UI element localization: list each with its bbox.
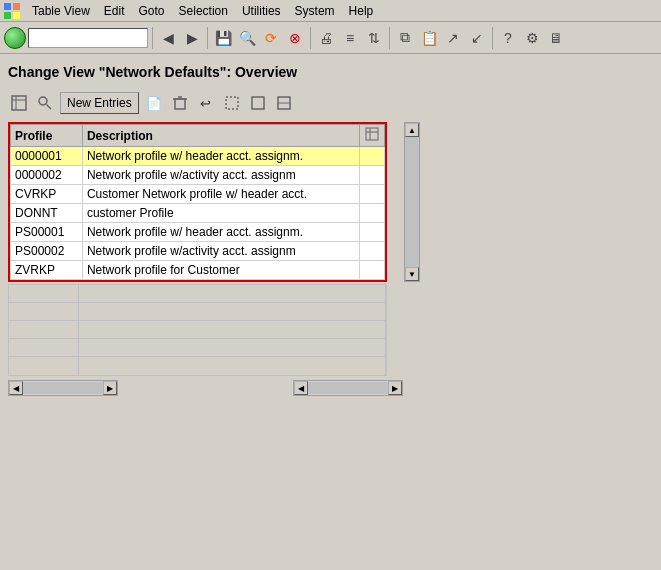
empty-row — [9, 303, 386, 321]
bottom-scrollbars: ◀ ▶ ◀ ▶ — [8, 380, 403, 396]
filter-icon[interactable]: ≡ — [339, 27, 361, 49]
cell-icon — [360, 147, 385, 166]
h-scroll-left[interactable]: ◀ ▶ — [8, 380, 118, 396]
refresh-icon[interactable]: ⟳ — [260, 27, 282, 49]
cell-profile: 0000002 — [11, 166, 83, 185]
action-more-icon[interactable] — [273, 92, 295, 114]
table-row[interactable]: 0000002Network profile w/activity acct. … — [11, 166, 385, 185]
svg-rect-0 — [4, 3, 11, 10]
menu-utilities[interactable]: Utilities — [236, 3, 287, 19]
separator-5 — [492, 27, 493, 49]
stop-icon[interactable]: ⊗ — [284, 27, 306, 49]
scroll-up-btn[interactable]: ▲ — [405, 123, 419, 137]
cell-description: Network profile w/ header acct. assignm. — [82, 147, 359, 166]
nav-prev-btn[interactable]: ◀ — [157, 27, 179, 49]
action-select-all-icon[interactable] — [221, 92, 243, 114]
cell-profile: CVRKP — [11, 185, 83, 204]
action-undo-icon[interactable]: ↩ — [195, 92, 217, 114]
app-icon — [4, 3, 20, 19]
col-header-description: Description — [82, 125, 359, 147]
save-icon[interactable]: 💾 — [212, 27, 234, 49]
scroll-down-btn[interactable]: ▼ — [405, 267, 419, 281]
toolbar: ◀ ▶ 💾 🔍 ⟳ ⊗ 🖨 ≡ ⇅ ⧉ 📋 ↗ ↙ ? ⚙ 🖥 — [0, 22, 661, 54]
new-entries-button[interactable]: New Entries — [60, 92, 139, 114]
svg-line-8 — [47, 105, 52, 110]
settings-icon[interactable]: ⚙ — [521, 27, 543, 49]
empty-row — [9, 339, 386, 357]
svg-rect-3 — [13, 12, 20, 19]
separator-1 — [152, 27, 153, 49]
copy-icon[interactable]: ⧉ — [394, 27, 416, 49]
menu-items: Table View Edit Goto Selection Utilities… — [26, 3, 379, 19]
h-scroll-right-track — [308, 382, 388, 394]
cell-description: Network profile w/activity acct. assignm — [82, 242, 359, 261]
table-container: Profile Description — [8, 122, 387, 282]
cell-icon — [360, 261, 385, 280]
cell-profile: PS00001 — [11, 223, 83, 242]
print-icon[interactable]: 🖨 — [315, 27, 337, 49]
menu-selection[interactable]: Selection — [173, 3, 234, 19]
svg-rect-4 — [12, 96, 26, 110]
cell-icon — [360, 185, 385, 204]
cell-profile: ZVRKP — [11, 261, 83, 280]
cell-description: Network profile for Customer — [82, 261, 359, 280]
cell-icon — [360, 166, 385, 185]
action-deselect-icon[interactable] — [247, 92, 269, 114]
menu-tableview[interactable]: Table View — [26, 3, 96, 19]
action-copy-icon[interactable]: 📄 — [143, 92, 165, 114]
menu-goto[interactable]: Goto — [133, 3, 171, 19]
cell-icon — [360, 223, 385, 242]
cell-icon — [360, 242, 385, 261]
action-search-icon[interactable] — [34, 92, 56, 114]
svg-rect-2 — [4, 12, 11, 19]
monitor-icon[interactable]: 🖥 — [545, 27, 567, 49]
table-row[interactable]: PS00001Network profile w/ header acct. a… — [11, 223, 385, 242]
h-scroll-right-btn[interactable]: ▶ — [103, 381, 117, 395]
below-table-area — [8, 284, 403, 376]
svg-rect-12 — [226, 97, 238, 109]
svg-rect-13 — [252, 97, 264, 109]
command-input[interactable] — [28, 28, 148, 48]
empty-row — [9, 285, 386, 303]
sort-icon[interactable]: ⇅ — [363, 27, 385, 49]
h-scroll-right-left-btn[interactable]: ◀ — [294, 381, 308, 395]
nav-next-btn[interactable]: ▶ — [181, 27, 203, 49]
h-scroll-left-btn[interactable]: ◀ — [9, 381, 23, 395]
svg-rect-1 — [13, 3, 20, 10]
cell-description: customer Profile — [82, 204, 359, 223]
table-row[interactable]: DONNTcustomer Profile — [11, 204, 385, 223]
action-delete-icon[interactable] — [169, 92, 191, 114]
status-indicator — [4, 27, 26, 49]
separator-4 — [389, 27, 390, 49]
cell-description: Customer Network profile w/ header acct. — [82, 185, 359, 204]
table-wrapper: Profile Description — [8, 122, 653, 396]
col-header-icon[interactable] — [360, 125, 385, 147]
menu-edit[interactable]: Edit — [98, 3, 131, 19]
cell-profile: DONNT — [11, 204, 83, 223]
separator-2 — [207, 27, 208, 49]
export-icon[interactable]: ↗ — [442, 27, 464, 49]
cell-profile: 0000001 — [11, 147, 83, 166]
new-entries-label: New Entries — [67, 96, 132, 110]
table-row[interactable]: 0000001Network profile w/ header acct. a… — [11, 147, 385, 166]
svg-rect-9 — [175, 99, 185, 109]
menu-system[interactable]: System — [289, 3, 341, 19]
table-row[interactable]: PS00002Network profile w/activity acct. … — [11, 242, 385, 261]
menu-bar: Table View Edit Goto Selection Utilities… — [0, 0, 661, 22]
separator-3 — [310, 27, 311, 49]
menu-help[interactable]: Help — [343, 3, 380, 19]
table-row[interactable]: CVRKPCustomer Network profile w/ header … — [11, 185, 385, 204]
h-scroll-right[interactable]: ◀ ▶ — [293, 380, 403, 396]
help-icon[interactable]: ? — [497, 27, 519, 49]
paste-icon[interactable]: 📋 — [418, 27, 440, 49]
scrollbar-vertical[interactable]: ▲ ▼ — [404, 122, 420, 282]
svg-point-7 — [39, 97, 47, 105]
table-row[interactable]: ZVRKPNetwork profile for Customer — [11, 261, 385, 280]
h-scroll-right-right-btn[interactable]: ▶ — [388, 381, 402, 395]
col-header-profile: Profile — [11, 125, 83, 147]
empty-row — [9, 357, 386, 375]
action-config-icon[interactable] — [8, 92, 30, 114]
import-icon[interactable]: ↙ — [466, 27, 488, 49]
find-icon[interactable]: 🔍 — [236, 27, 258, 49]
page-title: Change View "Network Defaults": Overview — [8, 62, 653, 82]
